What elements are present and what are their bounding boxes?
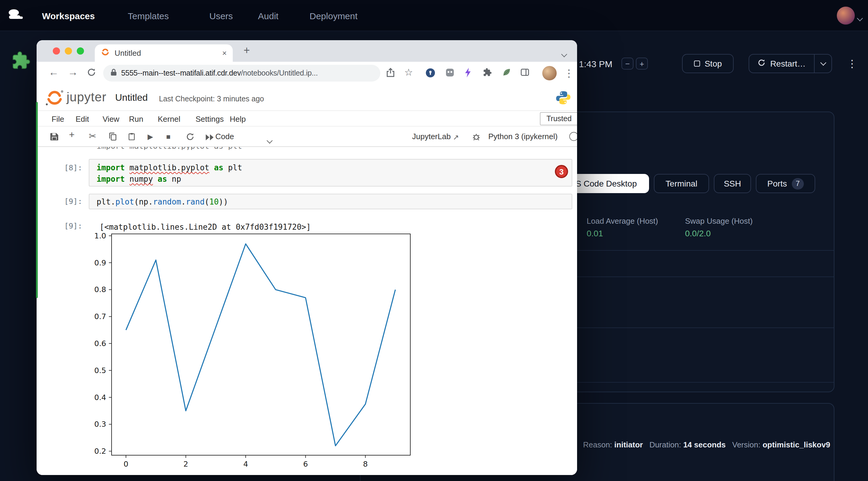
code-line: import matplotlib.pyplot as plt — [97, 162, 242, 173]
stop-button[interactable]: Stop — [682, 54, 734, 73]
menu-kernel[interactable]: Kernel — [158, 115, 180, 124]
svg-text:1.0: 1.0 — [94, 231, 106, 240]
nav-item-users[interactable]: Users — [209, 11, 233, 21]
run-all-cells-button[interactable] — [205, 133, 215, 143]
share-icon[interactable] — [386, 68, 395, 80]
address-bar[interactable]: 5555--main--test--matifali.atif.cdr.dev/… — [103, 65, 380, 82]
tab-title: Untitled — [115, 49, 217, 58]
lightning-bolt-extension-icon[interactable] — [465, 68, 471, 80]
menu-settings[interactable]: Settings — [195, 115, 224, 124]
browser-window: Untitled × + ← → 5555--main--test--matif… — [37, 40, 577, 475]
checkpoint-label: Last Checkpoint: 3 minutes ago — [159, 95, 264, 103]
jupyter-brand: jupyter — [67, 90, 106, 104]
notebook-title[interactable]: Untitled — [115, 92, 148, 103]
lock-icon — [111, 68, 117, 78]
kernel-name[interactable]: Python 3 (ipykernel) — [488, 132, 558, 141]
ssh-button[interactable]: SSH — [714, 174, 751, 193]
svg-text:0.7: 0.7 — [94, 312, 106, 321]
password-manager-extension-icon[interactable] — [425, 68, 435, 81]
back-button[interactable]: ← — [49, 67, 59, 78]
ports-button[interactable]: Ports 7 — [756, 174, 815, 193]
svg-text:0.2: 0.2 — [94, 447, 106, 455]
version-label: Version: — [732, 440, 760, 449]
nav-item-templates[interactable]: Templates — [128, 11, 169, 21]
restart-button[interactable]: Restart… — [749, 54, 815, 73]
extensions-puzzle-icon[interactable] — [483, 68, 492, 79]
nav-item-workspaces[interactable]: Workspaces — [42, 11, 95, 21]
duration-value: 14 seconds — [683, 440, 726, 449]
chevron-down-icon[interactable] — [858, 12, 862, 23]
trusted-button[interactable]: Trusted — [540, 112, 577, 125]
kernel-status-icon[interactable] — [569, 132, 577, 141]
nav-item-deployment[interactable]: Deployment — [310, 11, 358, 21]
extension-count-badge[interactable]: 3 — [555, 165, 568, 178]
duration-label: Duration: — [649, 440, 681, 449]
jupyter-logo — [44, 89, 65, 109]
forward-button[interactable]: → — [68, 67, 78, 78]
tab-search-chevron-icon[interactable] — [562, 48, 566, 59]
top-nav: Workspaces Templates Users Audit Deploym… — [0, 0, 868, 31]
restart-dropdown-button[interactable] — [814, 54, 832, 73]
jupyterlab-link[interactable]: JupyterLab — [412, 132, 451, 141]
svg-text:0: 0 — [124, 460, 128, 469]
cell-type-select[interactable]: Code — [215, 132, 234, 141]
load-average-value: 0.01 — [587, 228, 603, 238]
window-minimize-button[interactable] — [65, 47, 72, 55]
cell-type-chevron-icon[interactable] — [268, 134, 272, 145]
stop-icon — [694, 61, 700, 67]
svg-text:4: 4 — [243, 460, 248, 469]
version-value: optimistic_liskov9 — [763, 440, 830, 449]
user-avatar[interactable] — [837, 7, 855, 25]
bookmark-star-icon[interactable]: ☆ — [404, 67, 413, 78]
menu-help[interactable]: Help — [230, 115, 246, 124]
increase-time-button[interactable]: + — [636, 58, 648, 70]
menu-file[interactable]: File — [52, 115, 64, 124]
workspace-menu-kebab-icon[interactable]: ⋮ — [847, 58, 857, 70]
reason-label: Reason: — [583, 440, 612, 449]
jupyter-header: jupyter Untitled Last Checkpoint: 3 minu… — [37, 85, 577, 111]
reload-button[interactable] — [87, 68, 96, 80]
output-prompt: [9]: — [64, 221, 82, 230]
code-line: plt.plot(np.random.rand(10)) — [97, 196, 228, 207]
new-tab-button[interactable]: + — [244, 44, 250, 57]
coder-logo[interactable] — [7, 8, 24, 26]
restart-kernel-button[interactable] — [186, 133, 194, 143]
browser-profile-avatar[interactable] — [542, 66, 557, 81]
green-accent-bar — [36, 102, 38, 298]
jupyter-menu-bar: File Edit View Run Kernel Settings Help … — [37, 111, 577, 127]
menu-run[interactable]: Run — [129, 115, 143, 124]
puzzle-extension-icon[interactable] — [11, 51, 31, 72]
menu-view[interactable]: View — [102, 115, 119, 124]
tab-close-icon[interactable]: × — [222, 49, 227, 58]
paste-cell-button[interactable] — [128, 132, 135, 143]
build-info-row: Reason: initiator Duration: 14 seconds V… — [583, 440, 830, 449]
svg-text:0.9: 0.9 — [94, 258, 106, 267]
extension-icon-mask[interactable] — [445, 68, 455, 80]
sidebar-toggle-icon[interactable] — [520, 68, 530, 79]
schedule-time-label: 1:43 PM — [579, 59, 613, 69]
browser-tab[interactable]: Untitled × — [95, 44, 233, 62]
menu-edit[interactable]: Edit — [75, 115, 89, 124]
browser-menu-kebab-icon[interactable]: ⋮ — [564, 67, 574, 80]
nav-item-audit[interactable]: Audit — [258, 11, 278, 21]
window-zoom-button[interactable] — [77, 47, 84, 55]
jupyter-toolbar: + ✂ ▶ ■ Code JupyterLab ↗ Python 3 — [37, 127, 577, 147]
debugger-icon[interactable] — [472, 133, 480, 143]
run-cell-button[interactable]: ▶ — [148, 132, 153, 141]
terminal-button[interactable]: Terminal — [654, 174, 709, 193]
decrease-time-button[interactable]: − — [621, 58, 633, 70]
notebook-content: import matplotlib.pyplot as plt [8]: imp… — [37, 147, 577, 475]
leaf-extension-icon[interactable] — [502, 68, 511, 79]
swap-usage-value: 0.0/2.0 — [685, 228, 711, 238]
window-close-button[interactable] — [53, 47, 60, 55]
svg-text:0.3: 0.3 — [94, 420, 106, 428]
cut-cell-button[interactable]: ✂ — [89, 131, 96, 141]
reason-value: initiator — [614, 440, 643, 449]
copy-cell-button[interactable] — [108, 132, 117, 143]
chevron-down-icon — [820, 60, 826, 66]
swap-usage-label: Swap Usage (Host) — [685, 217, 752, 225]
svg-text:6: 6 — [303, 460, 308, 469]
save-button[interactable] — [50, 132, 59, 143]
interrupt-kernel-button[interactable]: ■ — [166, 132, 170, 141]
add-cell-button[interactable]: + — [69, 130, 75, 140]
